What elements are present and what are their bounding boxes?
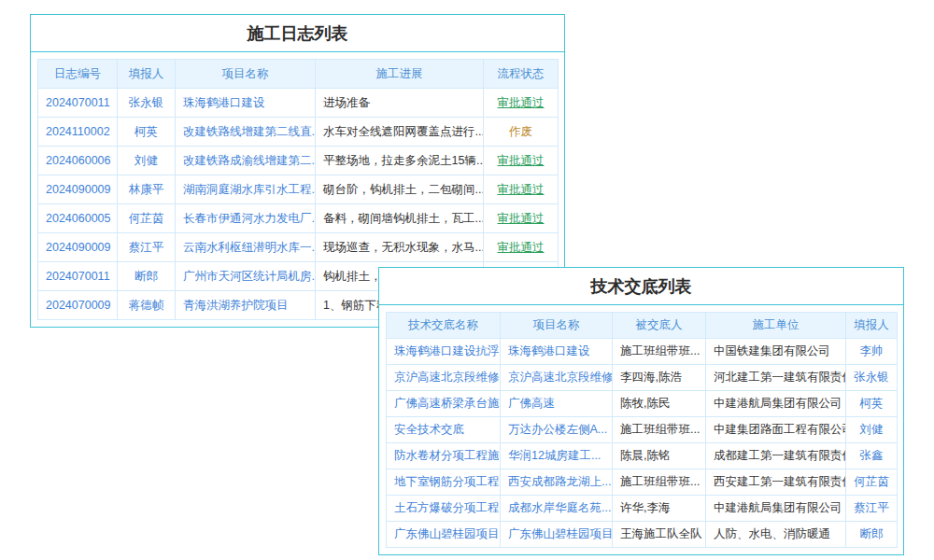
tech-disclosure-title: 技术交底列表 [379,268,903,305]
table-cell: 施工班组带班... [613,417,706,443]
construction-log-table-head: 日志编号填报人项目名称施工进展流程状态 [38,60,559,89]
table-row: 2024060005何芷茵长春市伊通河水力发电厂...备料，砌间墙钩机排土，瓦工… [38,204,559,233]
table-cell: 刘健 [118,147,176,175]
table-link-cell[interactable]: 云南水利枢纽潜明水库一... [176,233,316,262]
page: 施工日志列表 日志编号填报人项目名称施工进展流程状态 2024070011张永银… [0,0,934,560]
table-cell: 人防、水电、消防暖通 [706,522,846,548]
table-link-cell[interactable]: 安全技术交底 [387,417,501,443]
table-cell: 中建集团路面工程有限公司 [706,417,846,443]
table-link-cell[interactable]: 防水卷材分项工程施... [387,443,501,469]
table-cell: 中建港航局集团有限公司 [706,391,846,417]
table-cell: 现场巡查，无积水现象，水马... [316,233,484,262]
table-link-cell[interactable]: 2024090009 [38,175,118,204]
table-link-cell[interactable]: 2024060005 [38,204,118,233]
table-cell: 李四海,陈浩 [613,365,706,391]
table-row: 2024070011张永银珠海鹤港口建设进场准备审批通过 [38,89,559,118]
table-link-cell[interactable]: 土石方爆破分项工程... [387,496,501,522]
table-row: 广东佛山碧桂园项目...广东佛山碧桂园项目王海施工队全队人防、水电、消防暖通断郎 [387,522,898,548]
table-row: 广佛高速桥梁承台施...广佛高速陈牧,陈民中建港航局集团有限公司柯英 [387,391,898,417]
column-header: 日志编号 [38,60,118,89]
table-cell: 何芷茵 [118,204,176,233]
table-link-cell[interactable]: 长春市伊通河水力发电厂... [176,204,316,233]
table-cell: 河北建工第一建筑有限责任公司 [706,365,846,391]
table-link-cell[interactable]: 广佛高速 [501,391,613,417]
status-cell: 作废 [484,118,559,147]
column-header: 项目名称 [176,60,316,89]
column-header: 流程状态 [484,60,559,89]
table-link-cell[interactable]: 西安成都路龙湖上... [501,469,613,496]
table-cell: 陈晨,陈铭 [613,443,706,469]
table-cell: 柯英 [846,391,898,417]
tech-disclosure-table-wrap: 技术交底名称项目名称被交底人施工单位填报人 珠海鹤港口建设抗浮...珠海鹤港口建… [379,305,903,554]
table-link-cell[interactable]: 华润12城房建工... [501,443,613,469]
table-cell: 陈牧,陈民 [613,391,706,417]
table-link-cell[interactable]: 珠海鹤港口建设抗浮... [387,339,501,365]
table-cell: 成都建工第一建筑有限责任公司 [706,443,846,469]
table-cell: 水车对全线遮阳网覆盖点进行... [316,118,484,147]
status-cell: 审批通过 [484,233,559,262]
table-row: 京沪高速北京段维修...京沪高速北京段维修李四海,陈浩河北建工第一建筑有限责任公… [387,365,898,391]
table-cell: 刘健 [846,417,898,443]
column-header: 施工单位 [706,313,846,339]
table-link-cell[interactable]: 广佛高速桥梁承台施... [387,391,501,417]
column-header: 被交底人 [613,313,706,339]
table-link-cell[interactable]: 成都水岸华庭名苑... [501,496,613,522]
table-link-cell[interactable]: 2024070011 [38,262,118,291]
table-row: 防水卷材分项工程施...华润12城房建工...陈晨,陈铭成都建工第一建筑有限责任… [387,443,898,469]
table-link-cell[interactable]: 京沪高速北京段维修 [501,365,613,391]
table-link-cell[interactable]: 2024060006 [38,147,118,175]
table-cell: 李帅 [846,339,898,365]
table-row: 2024060006刘健改建铁路成渝线增建第二...平整场地，拉走多余泥土15辆… [38,147,559,175]
table-cell: 中国铁建集团有限公司 [706,339,846,365]
table-cell: 备料，砌间墙钩机排土，瓦工... [316,204,484,233]
column-header: 填报人 [846,313,898,339]
table-row: 2024090009林康平湖南洞庭湖水库引水工程...砌台阶，钩机排土，二包砌间… [38,175,559,204]
table-link-cell[interactable]: 广州市天河区统计局机房... [176,262,316,291]
table-cell: 蒋德帧 [118,291,176,320]
table-link-cell[interactable]: 京沪高速北京段维修... [387,365,501,391]
table-cell: 林康平 [118,175,176,204]
table-link-cell[interactable]: 改建铁路成渝线增建第二... [176,147,316,175]
table-link-cell[interactable]: 广东佛山碧桂园项目 [501,522,613,548]
table-cell: 进场准备 [316,89,484,118]
status-cell: 审批通过 [484,175,559,204]
tech-disclosure-table: 技术交底名称项目名称被交底人施工单位填报人 珠海鹤港口建设抗浮...珠海鹤港口建… [386,312,898,548]
column-header: 技术交底名称 [387,313,501,339]
table-link-cell[interactable]: 2024070009 [38,291,118,320]
table-link-cell[interactable]: 2024110002 [38,118,118,147]
table-row: 安全技术交底万达办公楼左侧A...施工班组带班...中建集团路面工程有限公司刘健 [387,417,898,443]
table-row: 2024110002柯英改建铁路线增建第二线直...水车对全线遮阳网覆盖点进行.… [38,118,559,147]
table-cell: 张鑫 [846,443,898,469]
table-cell: 断郎 [118,262,176,291]
table-cell: 断郎 [846,522,898,548]
table-link-cell[interactable]: 2024090009 [38,233,118,262]
tech-disclosure-table-body: 珠海鹤港口建设抗浮...珠海鹤港口建设施工班组带班...中国铁建集团有限公司李帅… [387,339,898,548]
table-link-cell[interactable]: 万达办公楼左侧A... [501,417,613,443]
table-link-cell[interactable]: 湖南洞庭湖水库引水工程... [176,175,316,204]
table-link-cell[interactable]: 改建铁路线增建第二线直... [176,118,316,147]
table-cell: 施工班组带班... [613,339,706,365]
tech-disclosure-panel: 技术交底列表 技术交底名称项目名称被交底人施工单位填报人 珠海鹤港口建设抗浮..… [378,267,904,555]
table-cell: 蔡江平 [846,496,898,522]
table-link-cell[interactable]: 2024070011 [38,89,118,118]
status-cell: 审批通过 [484,147,559,175]
table-link-cell[interactable]: 地下室钢筋分项工程... [387,469,501,496]
table-link-cell[interactable]: 青海洪湖养护院项目 [176,291,316,320]
table-cell: 张永银 [846,365,898,391]
table-cell: 砌台阶，钩机排土，二包砌间... [316,175,484,204]
status-cell: 审批通过 [484,89,559,118]
table-row: 土石方爆破分项工程...成都水岸华庭名苑...许华,李海中建港航局集团有限公司蔡… [387,496,898,522]
header-row: 日志编号填报人项目名称施工进展流程状态 [38,60,559,89]
header-row: 技术交底名称项目名称被交底人施工单位填报人 [387,313,898,339]
table-cell: 何芷茵 [846,469,898,496]
column-header: 项目名称 [501,313,613,339]
table-cell: 平整场地，拉走多余泥土15辆... [316,147,484,175]
table-cell: 施工班组带班... [613,469,706,496]
table-link-cell[interactable]: 珠海鹤港口建设 [501,339,613,365]
table-cell: 蔡江平 [118,233,176,262]
column-header: 填报人 [118,60,176,89]
table-cell: 西安建工第一建筑有限责任公司 [706,469,846,496]
table-link-cell[interactable]: 珠海鹤港口建设 [176,89,316,118]
table-link-cell[interactable]: 广东佛山碧桂园项目... [387,522,501,548]
column-header: 施工进展 [316,60,484,89]
